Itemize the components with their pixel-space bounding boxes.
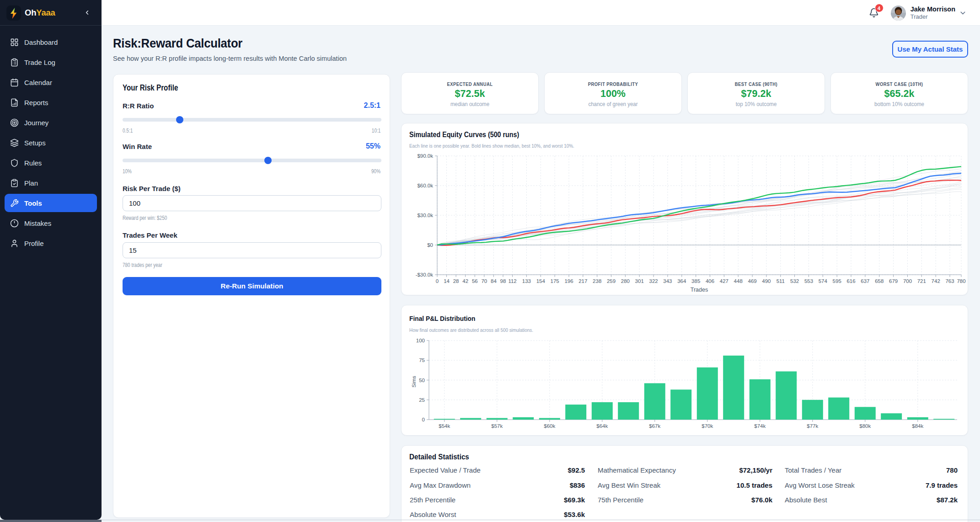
svg-text:50: 50 [419, 378, 425, 383]
svg-text:98: 98 [500, 278, 506, 284]
svg-text:84: 84 [491, 278, 497, 284]
svg-text:100: 100 [416, 338, 425, 343]
svg-text:$74k: $74k [754, 423, 766, 429]
svg-text:658: 658 [875, 278, 884, 284]
svg-text:322: 322 [649, 278, 658, 284]
svg-text:574: 574 [819, 278, 828, 284]
svg-text:511: 511 [777, 278, 785, 284]
svg-text:0: 0 [422, 417, 425, 422]
svg-text:763: 763 [945, 278, 954, 284]
svg-text:42: 42 [462, 278, 468, 284]
svg-text:Trades: Trades [691, 287, 708, 293]
svg-text:721: 721 [917, 278, 926, 284]
svg-text:469: 469 [748, 278, 757, 284]
svg-text:175: 175 [551, 278, 559, 284]
svg-text:75: 75 [419, 357, 425, 363]
svg-text:532: 532 [790, 278, 799, 284]
svg-text:-$30.0k: -$30.0k [416, 272, 434, 277]
svg-text:$64k: $64k [596, 423, 608, 429]
svg-text:616: 616 [846, 278, 855, 284]
svg-text:$77k: $77k [807, 423, 818, 429]
svg-text:742: 742 [932, 278, 940, 284]
svg-text:679: 679 [889, 278, 898, 284]
svg-text:25: 25 [419, 397, 425, 403]
svg-text:$70k: $70k [702, 423, 713, 429]
svg-text:259: 259 [607, 278, 616, 284]
svg-text:0: 0 [436, 278, 439, 284]
svg-text:28: 28 [453, 278, 459, 284]
svg-text:Sims: Sims [411, 376, 417, 388]
svg-text:154: 154 [536, 278, 546, 284]
svg-text:133: 133 [522, 278, 531, 284]
svg-text:280: 280 [621, 278, 630, 284]
svg-text:$30.0k: $30.0k [417, 213, 433, 218]
svg-text:427: 427 [720, 278, 728, 284]
svg-text:553: 553 [804, 278, 813, 284]
svg-text:490: 490 [762, 278, 771, 284]
svg-text:385: 385 [691, 278, 700, 284]
svg-text:238: 238 [593, 278, 601, 284]
svg-text:406: 406 [706, 278, 714, 284]
svg-text:$0: $0 [427, 242, 433, 248]
svg-text:448: 448 [734, 278, 743, 284]
svg-text:217: 217 [578, 278, 587, 284]
svg-text:$90.0k: $90.0k [417, 153, 433, 159]
svg-text:700: 700 [903, 278, 912, 284]
svg-text:56: 56 [472, 278, 478, 284]
svg-text:112: 112 [508, 278, 516, 284]
svg-text:780: 780 [957, 278, 965, 284]
svg-text:$57k: $57k [491, 423, 503, 429]
svg-text:637: 637 [861, 278, 869, 284]
svg-text:$60.0k: $60.0k [417, 183, 433, 188]
svg-text:70: 70 [481, 278, 487, 284]
svg-text:301: 301 [635, 278, 644, 284]
svg-text:$80k: $80k [859, 423, 871, 429]
svg-text:364: 364 [677, 278, 686, 284]
svg-text:196: 196 [564, 278, 573, 284]
svg-text:14: 14 [444, 278, 450, 284]
svg-text:343: 343 [663, 278, 672, 284]
svg-text:595: 595 [833, 278, 841, 284]
svg-text:$54k: $54k [439, 423, 450, 429]
svg-text:$67k: $67k [649, 423, 660, 429]
svg-text:$60k: $60k [544, 423, 555, 429]
svg-text:$84k: $84k [912, 423, 923, 429]
